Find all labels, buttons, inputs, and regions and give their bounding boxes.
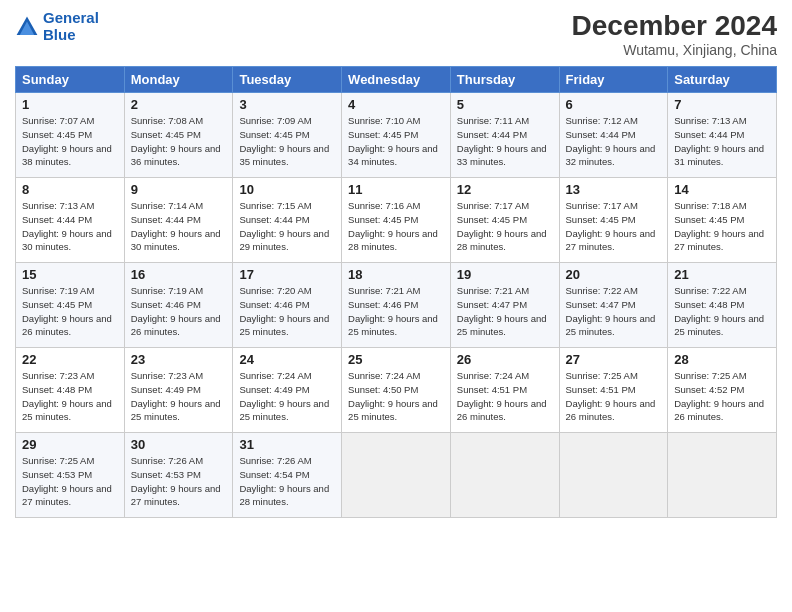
day-number: 28 (674, 352, 770, 367)
calendar-cell: 19Sunrise: 7:21 AMSunset: 4:47 PMDayligh… (450, 263, 559, 348)
weekday-header: Thursday (450, 67, 559, 93)
day-detail: Sunrise: 7:21 AMSunset: 4:46 PMDaylight:… (348, 284, 444, 339)
calendar-cell: 23Sunrise: 7:23 AMSunset: 4:49 PMDayligh… (124, 348, 233, 433)
weekday-header: Sunday (16, 67, 125, 93)
day-number: 16 (131, 267, 227, 282)
day-detail: Sunrise: 7:19 AMSunset: 4:46 PMDaylight:… (131, 284, 227, 339)
day-detail: Sunrise: 7:14 AMSunset: 4:44 PMDaylight:… (131, 199, 227, 254)
weekday-header: Friday (559, 67, 668, 93)
calendar-cell: 25Sunrise: 7:24 AMSunset: 4:50 PMDayligh… (342, 348, 451, 433)
calendar-header-row: SundayMondayTuesdayWednesdayThursdayFrid… (16, 67, 777, 93)
day-number: 22 (22, 352, 118, 367)
day-detail: Sunrise: 7:22 AMSunset: 4:47 PMDaylight:… (566, 284, 662, 339)
calendar-cell: 18Sunrise: 7:21 AMSunset: 4:46 PMDayligh… (342, 263, 451, 348)
logo-text: General Blue (43, 10, 99, 43)
day-number: 11 (348, 182, 444, 197)
calendar-cell: 21Sunrise: 7:22 AMSunset: 4:48 PMDayligh… (668, 263, 777, 348)
calendar-cell: 5Sunrise: 7:11 AMSunset: 4:44 PMDaylight… (450, 93, 559, 178)
day-detail: Sunrise: 7:21 AMSunset: 4:47 PMDaylight:… (457, 284, 553, 339)
day-detail: Sunrise: 7:24 AMSunset: 4:51 PMDaylight:… (457, 369, 553, 424)
weekday-header: Saturday (668, 67, 777, 93)
calendar-cell: 31Sunrise: 7:26 AMSunset: 4:54 PMDayligh… (233, 433, 342, 518)
calendar-cell: 7Sunrise: 7:13 AMSunset: 4:44 PMDaylight… (668, 93, 777, 178)
day-detail: Sunrise: 7:23 AMSunset: 4:48 PMDaylight:… (22, 369, 118, 424)
calendar-cell: 26Sunrise: 7:24 AMSunset: 4:51 PMDayligh… (450, 348, 559, 433)
day-detail: Sunrise: 7:26 AMSunset: 4:54 PMDaylight:… (239, 454, 335, 509)
calendar-cell (559, 433, 668, 518)
day-number: 9 (131, 182, 227, 197)
day-number: 25 (348, 352, 444, 367)
calendar-cell (342, 433, 451, 518)
day-detail: Sunrise: 7:23 AMSunset: 4:49 PMDaylight:… (131, 369, 227, 424)
day-detail: Sunrise: 7:10 AMSunset: 4:45 PMDaylight:… (348, 114, 444, 169)
day-detail: Sunrise: 7:16 AMSunset: 4:45 PMDaylight:… (348, 199, 444, 254)
calendar-week-row: 22Sunrise: 7:23 AMSunset: 4:48 PMDayligh… (16, 348, 777, 433)
calendar-cell: 12Sunrise: 7:17 AMSunset: 4:45 PMDayligh… (450, 178, 559, 263)
calendar-cell: 3Sunrise: 7:09 AMSunset: 4:45 PMDaylight… (233, 93, 342, 178)
day-detail: Sunrise: 7:11 AMSunset: 4:44 PMDaylight:… (457, 114, 553, 169)
calendar-cell: 11Sunrise: 7:16 AMSunset: 4:45 PMDayligh… (342, 178, 451, 263)
calendar-table: SundayMondayTuesdayWednesdayThursdayFrid… (15, 66, 777, 518)
calendar-cell: 15Sunrise: 7:19 AMSunset: 4:45 PMDayligh… (16, 263, 125, 348)
day-number: 1 (22, 97, 118, 112)
day-number: 4 (348, 97, 444, 112)
logo-icon (15, 15, 39, 39)
day-number: 21 (674, 267, 770, 282)
day-detail: Sunrise: 7:12 AMSunset: 4:44 PMDaylight:… (566, 114, 662, 169)
calendar-cell: 13Sunrise: 7:17 AMSunset: 4:45 PMDayligh… (559, 178, 668, 263)
calendar-week-row: 8Sunrise: 7:13 AMSunset: 4:44 PMDaylight… (16, 178, 777, 263)
month-title: December 2024 (572, 10, 777, 42)
calendar-cell: 22Sunrise: 7:23 AMSunset: 4:48 PMDayligh… (16, 348, 125, 433)
calendar-cell (450, 433, 559, 518)
calendar-cell: 17Sunrise: 7:20 AMSunset: 4:46 PMDayligh… (233, 263, 342, 348)
calendar-cell: 28Sunrise: 7:25 AMSunset: 4:52 PMDayligh… (668, 348, 777, 433)
day-number: 12 (457, 182, 553, 197)
day-number: 29 (22, 437, 118, 452)
day-number: 15 (22, 267, 118, 282)
day-number: 31 (239, 437, 335, 452)
calendar-cell: 29Sunrise: 7:25 AMSunset: 4:53 PMDayligh… (16, 433, 125, 518)
calendar-cell: 6Sunrise: 7:12 AMSunset: 4:44 PMDaylight… (559, 93, 668, 178)
day-detail: Sunrise: 7:24 AMSunset: 4:49 PMDaylight:… (239, 369, 335, 424)
day-number: 6 (566, 97, 662, 112)
day-detail: Sunrise: 7:13 AMSunset: 4:44 PMDaylight:… (674, 114, 770, 169)
day-number: 23 (131, 352, 227, 367)
day-number: 26 (457, 352, 553, 367)
day-detail: Sunrise: 7:25 AMSunset: 4:52 PMDaylight:… (674, 369, 770, 424)
title-area: December 2024 Wutamu, Xinjiang, China (572, 10, 777, 58)
calendar-cell: 9Sunrise: 7:14 AMSunset: 4:44 PMDaylight… (124, 178, 233, 263)
day-number: 18 (348, 267, 444, 282)
calendar-cell: 1Sunrise: 7:07 AMSunset: 4:45 PMDaylight… (16, 93, 125, 178)
calendar-cell: 14Sunrise: 7:18 AMSunset: 4:45 PMDayligh… (668, 178, 777, 263)
calendar-cell: 24Sunrise: 7:24 AMSunset: 4:49 PMDayligh… (233, 348, 342, 433)
calendar-cell: 27Sunrise: 7:25 AMSunset: 4:51 PMDayligh… (559, 348, 668, 433)
day-detail: Sunrise: 7:17 AMSunset: 4:45 PMDaylight:… (457, 199, 553, 254)
calendar-cell: 8Sunrise: 7:13 AMSunset: 4:44 PMDaylight… (16, 178, 125, 263)
day-detail: Sunrise: 7:22 AMSunset: 4:48 PMDaylight:… (674, 284, 770, 339)
location: Wutamu, Xinjiang, China (572, 42, 777, 58)
day-number: 20 (566, 267, 662, 282)
day-detail: Sunrise: 7:08 AMSunset: 4:45 PMDaylight:… (131, 114, 227, 169)
calendar-week-row: 15Sunrise: 7:19 AMSunset: 4:45 PMDayligh… (16, 263, 777, 348)
weekday-header: Wednesday (342, 67, 451, 93)
calendar-week-row: 29Sunrise: 7:25 AMSunset: 4:53 PMDayligh… (16, 433, 777, 518)
day-number: 7 (674, 97, 770, 112)
day-number: 24 (239, 352, 335, 367)
day-detail: Sunrise: 7:20 AMSunset: 4:46 PMDaylight:… (239, 284, 335, 339)
day-number: 30 (131, 437, 227, 452)
calendar-cell: 16Sunrise: 7:19 AMSunset: 4:46 PMDayligh… (124, 263, 233, 348)
day-detail: Sunrise: 7:15 AMSunset: 4:44 PMDaylight:… (239, 199, 335, 254)
day-number: 19 (457, 267, 553, 282)
day-detail: Sunrise: 7:25 AMSunset: 4:51 PMDaylight:… (566, 369, 662, 424)
day-number: 3 (239, 97, 335, 112)
day-detail: Sunrise: 7:25 AMSunset: 4:53 PMDaylight:… (22, 454, 118, 509)
calendar-cell: 4Sunrise: 7:10 AMSunset: 4:45 PMDaylight… (342, 93, 451, 178)
page-container: General Blue December 2024 Wutamu, Xinji… (0, 0, 792, 528)
calendar-cell: 10Sunrise: 7:15 AMSunset: 4:44 PMDayligh… (233, 178, 342, 263)
day-detail: Sunrise: 7:24 AMSunset: 4:50 PMDaylight:… (348, 369, 444, 424)
day-detail: Sunrise: 7:07 AMSunset: 4:45 PMDaylight:… (22, 114, 118, 169)
calendar-cell (668, 433, 777, 518)
day-number: 5 (457, 97, 553, 112)
day-number: 17 (239, 267, 335, 282)
day-detail: Sunrise: 7:18 AMSunset: 4:45 PMDaylight:… (674, 199, 770, 254)
